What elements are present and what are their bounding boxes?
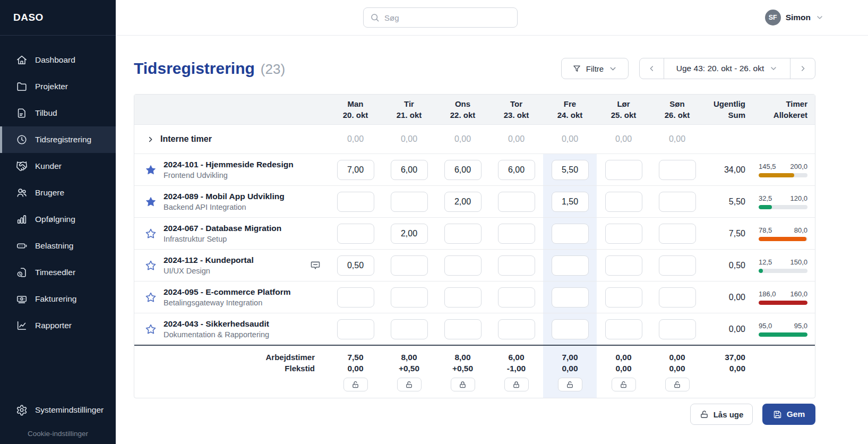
hours-input[interactable] <box>605 192 642 212</box>
previous-week-button[interactable] <box>640 58 664 79</box>
hours-input[interactable] <box>337 319 374 339</box>
sidebar-item-brugere[interactable]: Brugere <box>0 180 116 206</box>
hours-input[interactable] <box>391 255 428 276</box>
save-button[interactable]: Gem <box>762 404 815 425</box>
day-cell <box>329 313 382 345</box>
sidebar-item-projekter[interactable]: Projekter <box>0 73 116 100</box>
lock-day-button[interactable] <box>397 378 422 391</box>
hours-input[interactable] <box>498 192 535 212</box>
lock-day-button[interactable] <box>504 378 529 391</box>
hours-input[interactable] <box>337 160 374 180</box>
sidebar-item-timesedler[interactable]: Timesedler <box>0 259 116 286</box>
comment-icon[interactable] <box>310 260 321 271</box>
flex-time-label: Flekstid <box>285 363 315 374</box>
cookie-settings-link[interactable]: Cookie-indstillinger <box>0 430 116 438</box>
day-flex-time: 0,00 <box>669 363 685 374</box>
user-menu[interactable]: SF Simon <box>765 0 824 35</box>
hours-input[interactable] <box>444 224 482 244</box>
hours-input[interactable] <box>552 287 589 308</box>
hours-input[interactable] <box>391 160 428 180</box>
hours-input[interactable] <box>659 192 696 212</box>
day-cell <box>543 154 597 185</box>
star-outline-icon[interactable] <box>145 292 157 303</box>
hours-input[interactable] <box>444 255 482 276</box>
hours-input[interactable] <box>337 224 374 244</box>
search-input[interactable] <box>384 13 511 22</box>
lock-week-button[interactable]: Lås uge <box>690 404 753 425</box>
chevron-down-icon <box>769 64 778 73</box>
lock-day-button[interactable] <box>612 378 636 391</box>
hours-input[interactable] <box>498 319 535 339</box>
hours-allocated: 160,0 <box>790 290 807 298</box>
hours-input[interactable] <box>391 192 428 212</box>
hours-input[interactable] <box>444 160 482 180</box>
star-filled-icon[interactable] <box>145 164 157 176</box>
day-cell <box>489 250 543 281</box>
weekly-sum-value: 7,50 <box>704 229 758 238</box>
lock-day-button[interactable] <box>343 378 368 391</box>
day-cell <box>597 186 650 217</box>
week-selector[interactable]: Uge 43: 20. okt - 26. okt <box>664 58 790 79</box>
day-cell <box>436 313 489 345</box>
hours-input[interactable] <box>444 287 482 308</box>
search-box[interactable] <box>363 7 518 28</box>
hours-input[interactable] <box>444 192 482 212</box>
hours-input[interactable] <box>659 160 696 180</box>
clock-icon <box>16 134 28 146</box>
star-filled-icon[interactable] <box>145 196 157 208</box>
hours-input[interactable] <box>498 160 535 180</box>
project-text: 2024-112 - Kundeportal UI/UX Design <box>164 255 254 275</box>
star-outline-icon[interactable] <box>145 260 157 271</box>
hours-input[interactable] <box>391 287 428 308</box>
sidebar-item-dashboard[interactable]: Dashboard <box>0 47 116 73</box>
hours-input[interactable] <box>659 255 696 276</box>
lock-day-button[interactable] <box>558 378 582 391</box>
sidebar-item-rapporter[interactable]: Rapporter <box>0 312 116 339</box>
hours-input[interactable] <box>605 319 642 339</box>
sidebar-item-belastning[interactable]: Belastning <box>0 233 116 259</box>
hours-input[interactable] <box>659 224 696 244</box>
filter-button[interactable]: Filtre <box>561 58 629 79</box>
lock-day-button[interactable] <box>665 378 690 391</box>
sidebar: DASO DashboardProjekterTilbudTidsregistr… <box>0 0 116 444</box>
hours-input[interactable] <box>659 319 696 339</box>
hours-input[interactable] <box>552 224 589 244</box>
sidebar-item-fakturering[interactable]: Fakturering <box>0 286 116 312</box>
hours-input[interactable] <box>498 255 535 276</box>
sidebar-item-tilbud[interactable]: Tilbud <box>0 100 116 126</box>
sidebar-item-systemindstillinger[interactable]: Systemindstillinger <box>0 397 116 423</box>
progress-bar <box>759 173 807 177</box>
day-cell <box>382 313 436 345</box>
hours-input[interactable] <box>659 287 696 308</box>
next-week-button[interactable] <box>790 58 815 79</box>
content: Tidsregistrering(23) Filtre Uge 43: 20. … <box>116 36 868 425</box>
star-outline-icon[interactable] <box>145 228 157 240</box>
hours-input[interactable] <box>391 224 428 244</box>
hours-input[interactable] <box>552 192 589 212</box>
hours-spent: 12,5 <box>759 258 772 266</box>
hours-input[interactable] <box>391 319 428 339</box>
star-outline-icon[interactable] <box>145 323 157 335</box>
sidebar-item-opfolgning[interactable]: Opfølgning <box>0 206 116 233</box>
hours-input[interactable] <box>605 160 642 180</box>
hours-input[interactable] <box>605 287 642 308</box>
internal-hours-expander[interactable]: Interne timer <box>134 134 329 144</box>
hours-input[interactable] <box>444 319 482 339</box>
sidebar-item-tidsregistrering[interactable]: Tidsregistrering <box>0 126 116 153</box>
sidebar-item-kunder[interactable]: Kunder <box>0 153 116 180</box>
hours-input[interactable] <box>552 160 589 180</box>
hours-input[interactable] <box>498 224 535 244</box>
users-icon <box>16 187 28 199</box>
hours-input[interactable] <box>337 255 374 276</box>
hours-input[interactable] <box>337 192 374 212</box>
user-name: Simon <box>786 13 811 22</box>
chevron-right-icon <box>798 64 807 73</box>
lock-day-button[interactable] <box>451 378 475 391</box>
hours-input[interactable] <box>605 255 642 276</box>
progress-bar <box>759 237 807 241</box>
hours-input[interactable] <box>552 319 589 339</box>
hours-input[interactable] <box>605 224 642 244</box>
hours-input[interactable] <box>552 255 589 276</box>
hours-input[interactable] <box>498 287 535 308</box>
hours-input[interactable] <box>337 287 374 308</box>
